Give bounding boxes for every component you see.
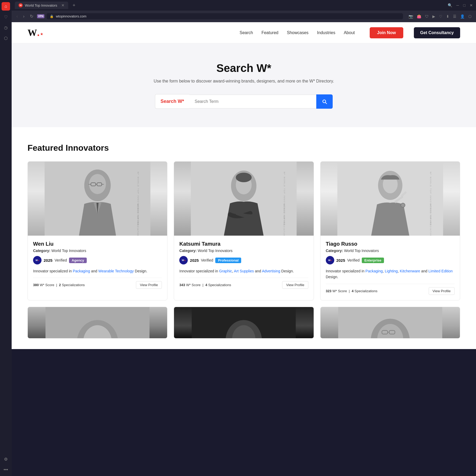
- forward-button[interactable]: ›: [21, 13, 26, 20]
- nav-links: Search Featured Showcases Industries Abo…: [240, 27, 460, 38]
- innovator-name-2: Katsumi Tamura: [179, 241, 308, 247]
- wstar-badge-2: W★: [179, 256, 188, 264]
- more-icon[interactable]: •••: [2, 465, 10, 474]
- address-bar[interactable]: 🔒 wtopinnovators.com: [47, 13, 403, 19]
- badge-type-2: Professional: [215, 258, 241, 263]
- toolbar-icons: 📷 👛 🛡 ▶ ♡ ⬇ ☰ 👤 ⬡: [407, 13, 473, 20]
- nav-featured[interactable]: Featured: [262, 30, 278, 35]
- join-now-button[interactable]: Join Now: [370, 27, 403, 38]
- card-footer-2: 343 W* Score | 4 Specializations View Pr…: [179, 278, 308, 289]
- badge-verified-1: Verified: [54, 258, 67, 262]
- card-desc-3: Innovator specialized in Packaging, Ligh…: [326, 268, 455, 280]
- innovator-category-3: Category: World Top Innovators: [326, 249, 455, 253]
- search-bar: Search W*: [28, 94, 460, 109]
- search-submit-button[interactable]: [316, 94, 333, 109]
- close-window-icon[interactable]: ✕: [470, 3, 473, 7]
- wstar-badge-3: W★: [326, 256, 334, 264]
- view-profile-button-1[interactable]: View Profile: [136, 281, 162, 289]
- new-tab-button[interactable]: +: [70, 3, 77, 8]
- spec-link-wearable-1[interactable]: Wearable Technology: [98, 269, 134, 273]
- card-stats-2: 343 W* Score | 4 Specializations: [179, 283, 231, 287]
- heart-icon[interactable]: ♡: [438, 13, 444, 20]
- shield-icon[interactable]: 🛡: [424, 13, 430, 20]
- extensions-icon[interactable]: ⬡: [2, 34, 10, 42]
- wallet-icon[interactable]: 👛: [415, 13, 423, 20]
- innovator-card-katsumi-tamura: WORLD TOP INNOVATORS W* WORLD TOP INNOVA…: [174, 161, 314, 300]
- badge-type-1: Agency: [69, 258, 87, 263]
- bookmark-icon[interactable]: ♡: [2, 13, 10, 21]
- spec-link-packaging-1[interactable]: Packaging: [73, 269, 90, 273]
- spec-link-kitchenware-3[interactable]: Kitchenware: [400, 269, 420, 273]
- card-body-3: Tiago Russo Category: World Top Innovato…: [321, 236, 460, 300]
- minimize-icon[interactable]: ─: [456, 3, 459, 7]
- browser-toolbar: ‹ › ↻ VPN 🔒 wtopinnovators.com 📷 👛 🛡 ▶ ♡…: [12, 11, 476, 22]
- get-consultancy-button[interactable]: Get Consultancy: [414, 27, 460, 38]
- card-body-1: Wen Liu Category: World Top Innovators W…: [28, 236, 167, 294]
- badge-verified-2: Verified: [201, 258, 213, 262]
- innovator-category-2: Category: World Top Innovators: [179, 249, 308, 253]
- browser-chrome: W World Top Innovators ✕ + 🔍 ─ □ ✕ ‹ › ↻…: [12, 0, 476, 22]
- nav-industries[interactable]: Industries: [317, 30, 335, 35]
- logo-w: W: [28, 27, 37, 38]
- tab-title: World Top Innovators: [25, 3, 57, 7]
- history-icon[interactable]: ◷: [2, 23, 10, 32]
- nav-about[interactable]: About: [344, 30, 355, 35]
- view-profile-button-3[interactable]: View Profile: [429, 287, 455, 295]
- refresh-button[interactable]: ↻: [28, 13, 35, 20]
- card-portrait-3: WORLD TOP INNOVATORS W* WORLD TOP INNOVA…: [321, 162, 460, 236]
- back-button[interactable]: ‹: [15, 13, 19, 20]
- url-display: wtopinnovators.com: [56, 14, 86, 18]
- badge-year-1: 2025: [44, 258, 52, 263]
- settings-icon[interactable]: ⚙: [2, 455, 10, 463]
- section-title: Featured Innovators: [28, 143, 460, 153]
- innovators-grid: WORLD TOP INNOVATORS W* WORLD TOP INNOVA…: [28, 161, 460, 300]
- browser-tab[interactable]: W World Top Innovators ✕: [15, 2, 68, 9]
- card-desc-1: Innovator specialized in Packaging and W…: [33, 268, 162, 274]
- watermark-2: W* WORLD TOP INNOVATORS AWARD: [283, 172, 286, 226]
- innovator-card-tiago-russo: WORLD TOP INNOVATORS W* WORLD TOP INNOVA…: [320, 161, 460, 300]
- extensions-toolbar-icon[interactable]: ⬡: [467, 13, 473, 20]
- search-icon[interactable]: 🔍: [448, 3, 452, 7]
- browser-titlebar: W World Top Innovators ✕ + 🔍 ─ □ ✕: [12, 0, 476, 11]
- wstar-badge-1: W★: [33, 256, 42, 264]
- innovator-name-3: Tiago Russo: [326, 241, 455, 247]
- logo-star: ★: [40, 32, 43, 36]
- reader-icon[interactable]: ☰: [452, 13, 458, 20]
- home-icon[interactable]: ⌂: [2, 2, 10, 11]
- screenshot-icon[interactable]: 📷: [407, 13, 414, 20]
- innovator-name-1: Wen Liu: [33, 241, 162, 247]
- site-navigation: W.★ Search Featured Showcases Industries…: [12, 22, 476, 43]
- badge-year-3: 2025: [336, 258, 345, 263]
- site-logo[interactable]: W.★: [28, 27, 43, 38]
- card-portrait-2: WORLD TOP INNOVATORS W* WORLD TOP INNOVA…: [174, 162, 313, 236]
- search-submit-icon: [322, 99, 327, 104]
- nav-search[interactable]: Search: [240, 30, 253, 35]
- spec-link-advertising-2[interactable]: Advertising: [262, 269, 280, 273]
- download-icon[interactable]: ⬇: [445, 13, 451, 20]
- window-controls: 🔍 ─ □ ✕: [448, 3, 473, 7]
- svg-point-12: [236, 173, 252, 182]
- search-input[interactable]: [189, 95, 316, 108]
- spec-link-limited-3[interactable]: Limited Edition: [428, 269, 453, 273]
- hero-description: Use the form below to discover award-win…: [28, 79, 460, 84]
- spec-link-graphic-2[interactable]: Graphic: [219, 269, 232, 273]
- view-profile-button-2[interactable]: View Profile: [282, 281, 308, 289]
- nav-showcases[interactable]: Showcases: [287, 30, 309, 35]
- spec-link-lighting-3[interactable]: Lighting: [385, 269, 398, 273]
- featured-section: Featured Innovators: [12, 127, 476, 349]
- logo-dot: .: [37, 27, 40, 38]
- card-bottom-3: [320, 307, 460, 338]
- spec-link-packaging-3[interactable]: Packaging: [365, 269, 383, 273]
- card-stats-3: 323 W* Score | 4 Specializations: [326, 289, 378, 293]
- watermark-3: W* WORLD TOP INNOVATORS AWARD: [430, 172, 432, 226]
- browser-sidebar: ⌂ ♡ ◷ ⬡ ⚙ •••: [0, 0, 12, 476]
- main-wrapper: W World Top Innovators ✕ + 🔍 ─ □ ✕ ‹ › ↻…: [12, 0, 476, 349]
- play-icon[interactable]: ▶: [431, 13, 437, 20]
- watermark-1: W* WORLD TOP INNOVATORS AWARD: [137, 172, 139, 226]
- card-bottom-2: [174, 307, 314, 338]
- profile-icon[interactable]: 👤: [459, 13, 466, 20]
- tab-close-button[interactable]: ✕: [61, 3, 65, 7]
- card-footer-3: 323 W* Score | 4 Specializations View Pr…: [326, 284, 455, 295]
- maximize-icon[interactable]: □: [463, 3, 465, 7]
- spec-link-art-2[interactable]: Art Supplies: [234, 269, 254, 273]
